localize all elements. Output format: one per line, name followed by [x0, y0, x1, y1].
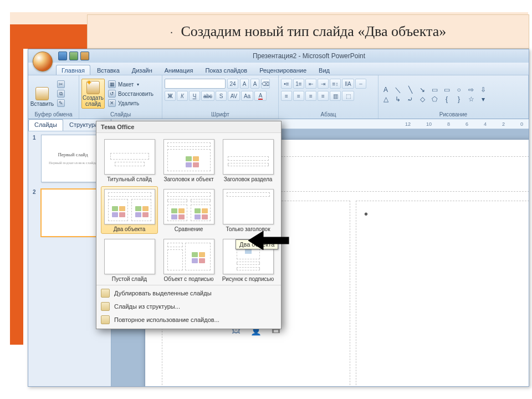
- numbering-button[interactable]: 1≡: [293, 79, 304, 89]
- delete-icon: ✕: [108, 99, 116, 107]
- group-clipboard-label: Буфер обмена: [30, 111, 76, 119]
- tab-design[interactable]: Дизайн: [126, 65, 158, 75]
- grow-font-button[interactable]: A: [240, 79, 249, 89]
- layout-label: Рисунок с подписью: [222, 276, 274, 282]
- layout-two-content[interactable]: Два объекта: [101, 186, 158, 234]
- new-slide-button[interactable]: Создать слайд: [81, 79, 105, 109]
- rect2-shape-icon[interactable]: ▭: [442, 86, 452, 94]
- font-size-picker[interactable]: 24: [227, 79, 238, 89]
- layout-label: Объект с подписью: [164, 276, 214, 282]
- indent-button[interactable]: ⇥: [318, 79, 329, 89]
- tab-review[interactable]: Рецензирование: [254, 65, 312, 75]
- tab-insert[interactable]: Вставка: [91, 65, 125, 75]
- group-clipboard: Вставить ✂ ⧉ ✎ Буфер обмена: [28, 75, 79, 119]
- slide-thumb-2[interactable]: [41, 189, 105, 237]
- convert-smartart-button[interactable]: ⬚: [342, 91, 354, 101]
- brace2-shape-icon[interactable]: }: [454, 95, 464, 104]
- tab-view[interactable]: Вид: [313, 65, 335, 75]
- slide-body-right[interactable]: •: [356, 201, 529, 386]
- callout-shape-icon[interactable]: ⬠: [429, 95, 439, 104]
- quick-access-toolbar: [58, 52, 89, 60]
- reuse-label: Повторное использование слайдов...: [114, 316, 219, 323]
- arrowdown-shape-icon[interactable]: ⇩: [478, 86, 488, 94]
- arrowblock-shape-icon[interactable]: ⇨: [466, 86, 476, 94]
- paste-button[interactable]: Вставить: [30, 79, 54, 109]
- layout-title-slide[interactable]: Титульный слайд: [101, 136, 158, 184]
- layout-blank[interactable]: Пустой слайд: [101, 236, 158, 284]
- bullets-button[interactable]: •≡: [281, 79, 292, 89]
- more-shapes-button[interactable]: ▾: [478, 95, 488, 104]
- strike-button[interactable]: abc: [201, 91, 214, 101]
- new-slide-icon: [86, 81, 100, 94]
- cut-button[interactable]: ✂: [55, 80, 66, 89]
- underline-button[interactable]: Ч: [189, 91, 200, 101]
- textbox-shape-icon[interactable]: A: [381, 86, 391, 94]
- ruler-mark: 4: [484, 121, 487, 127]
- line-space-button[interactable]: ≡↕: [330, 79, 341, 89]
- columns-button[interactable]: ▥: [330, 91, 341, 101]
- layout-title-content[interactable]: Заголовок и объект: [160, 136, 217, 184]
- format-painter-button[interactable]: ✎: [55, 99, 66, 108]
- reset-button[interactable]: ↺Восстановить: [106, 89, 155, 98]
- outline-label: Слайды из структуры...: [114, 303, 180, 310]
- font-color-button[interactable]: A: [254, 91, 267, 101]
- ruler-mark: 6: [466, 121, 468, 127]
- arrow-shape-icon[interactable]: ↘: [417, 86, 427, 94]
- tab-animation[interactable]: Анимация: [159, 65, 199, 75]
- reuse-slides-item[interactable]: Повторное использование слайдов...: [96, 313, 281, 326]
- line2-shape-icon[interactable]: ╲: [405, 86, 415, 94]
- undo-icon[interactable]: [69, 52, 78, 60]
- star-shape-icon[interactable]: ☆: [466, 95, 476, 104]
- diamond-shape-icon[interactable]: ◇: [417, 95, 427, 104]
- new-slide-label: Создать слайд: [83, 95, 104, 107]
- layout-comparison[interactable]: Сравнение: [160, 186, 217, 234]
- copy-button[interactable]: ⧉: [55, 89, 66, 98]
- group-font-label: Шрифт: [165, 111, 276, 119]
- layout-content-caption[interactable]: Объект с подписью: [160, 236, 217, 284]
- font-picker[interactable]: [165, 79, 226, 89]
- justify-button[interactable]: ≡: [318, 91, 329, 101]
- align-right-button[interactable]: ≡: [305, 91, 316, 101]
- tab-slideshow[interactable]: Показ слайдов: [200, 65, 253, 75]
- ribbon: Вставить ✂ ⧉ ✎ Буфер обмена Создать слай…: [28, 75, 529, 119]
- redo-icon[interactable]: [80, 52, 89, 60]
- italic-button[interactable]: К: [177, 91, 188, 101]
- clear-format-button[interactable]: ⌫: [261, 79, 270, 89]
- tab-home[interactable]: Главная: [56, 65, 90, 75]
- delete-button[interactable]: ✕Удалить: [106, 99, 155, 108]
- reset-label: Восстановить: [118, 91, 154, 97]
- annotation-text: Создадим новый тип слайда «Два объекта»: [181, 23, 446, 40]
- slides-from-outline-item[interactable]: Слайды из структуры...: [96, 300, 281, 313]
- group-drawing-label: Рисование: [381, 111, 526, 119]
- oval-shape-icon[interactable]: ○: [454, 86, 464, 94]
- reverse-shape-icon[interactable]: ⤾: [405, 95, 415, 104]
- paste-icon: [35, 87, 49, 100]
- rect-shape-icon[interactable]: ▭: [429, 86, 439, 94]
- layout-section-header[interactable]: Заголовок раздела: [219, 136, 277, 184]
- connector-shape-icon[interactable]: ↳: [393, 95, 403, 104]
- layout-title-only[interactable]: Только заголовок: [219, 186, 277, 234]
- group-drawing: A ＼ ╲ ↘ ▭ ▭ ○ ⇨ ⇩ △ ↳ ⤾ ◇ ⬠ {: [378, 75, 529, 119]
- char-spacing-button[interactable]: AV: [228, 91, 240, 101]
- align-text-button[interactable]: ⎓: [355, 79, 366, 89]
- text-direction-button[interactable]: llA: [342, 79, 354, 89]
- paste-label: Вставить: [30, 101, 54, 107]
- triangle-shape-icon[interactable]: △: [381, 95, 391, 104]
- line-shape-icon[interactable]: ＼: [393, 86, 403, 94]
- change-case-button[interactable]: Aa: [241, 91, 253, 101]
- slide-thumb-1[interactable]: Первый слайд Первый подзаголовок слайда: [41, 135, 105, 182]
- outline-tab-slides[interactable]: Слайды: [28, 119, 63, 131]
- align-center-button[interactable]: ≡: [293, 91, 304, 101]
- align-left-button[interactable]: ≡: [281, 91, 292, 101]
- brace-shape-icon[interactable]: {: [442, 95, 452, 104]
- bold-button[interactable]: Ж: [165, 91, 176, 101]
- annotation-banner: · Создадим новый тип слайда «Два объекта…: [87, 14, 529, 49]
- shadow-button[interactable]: S: [216, 91, 227, 101]
- shrink-font-button[interactable]: A: [250, 79, 259, 89]
- office-button[interactable]: [33, 52, 53, 71]
- layout-button[interactable]: ▦Макет▾: [106, 80, 155, 89]
- brush-icon: ✎: [57, 99, 65, 107]
- dedent-button[interactable]: ⇤: [305, 79, 316, 89]
- save-icon[interactable]: [58, 52, 67, 60]
- duplicate-slides-item[interactable]: Дублировать выделенные слайды: [96, 287, 281, 300]
